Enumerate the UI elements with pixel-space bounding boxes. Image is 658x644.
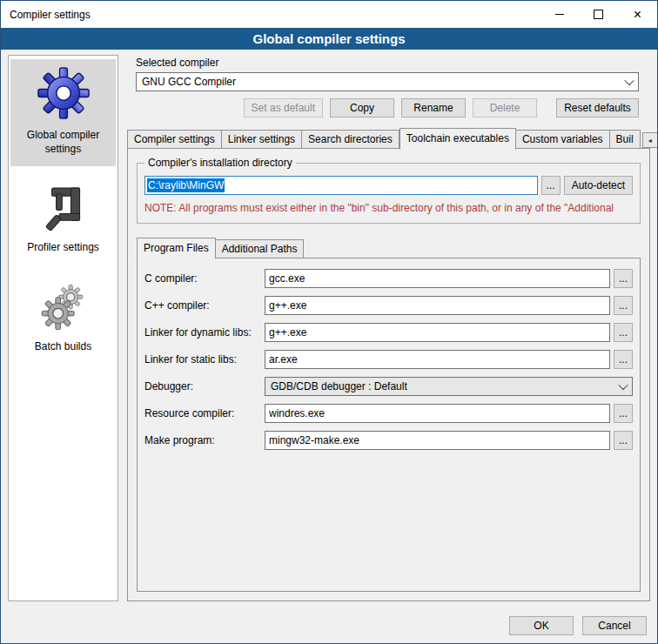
browse-c-compiler-button[interactable]: ...	[614, 269, 633, 288]
field-row-resource-compiler: Resource compiler: ...	[144, 404, 633, 423]
field-row-c-compiler: C compiler: ...	[144, 269, 633, 288]
browse-static-linker-button[interactable]: ...	[614, 350, 633, 369]
sidebar-item-label: Batch builds	[35, 340, 91, 354]
dialog-body: Global compiler settings Profiler settin…	[1, 50, 657, 608]
titlebar: Compiler settings ×	[1, 1, 657, 28]
browse-cpp-compiler-button[interactable]: ...	[614, 296, 633, 315]
bin-directory-note: NOTE: All programs must exist either in …	[144, 202, 633, 214]
close-icon: ×	[634, 8, 641, 22]
tab-scroll-buttons: ◄ ►	[641, 132, 658, 149]
sidebar-item-label: Profiler settings	[27, 241, 99, 255]
field-row-dynamic-linker: Linker for dynamic libs: ...	[144, 323, 633, 342]
tab-custom-variables[interactable]: Custom variables	[516, 130, 610, 149]
debugger-value: GDB/CDB debugger : Default	[271, 380, 407, 392]
debugger-dropdown[interactable]: GDB/CDB debugger : Default	[265, 377, 633, 396]
sidebar-item-batch-builds[interactable]: Batch builds	[10, 274, 116, 365]
field-label: C++ compiler:	[144, 299, 265, 312]
copy-button[interactable]: Copy	[330, 98, 394, 117]
installation-directory-group: Compiler's installation directory C:\ray…	[137, 163, 641, 224]
field-row-static-linker: Linker for static libs: ...	[144, 350, 633, 369]
minimize-button[interactable]	[540, 1, 579, 28]
dialog-footer: OK Cancel	[1, 608, 657, 643]
field-label: Linker for dynamic libs:	[144, 326, 265, 339]
maximize-icon	[594, 10, 603, 19]
sidebar-item-global-compiler-settings[interactable]: Global compiler settings	[10, 59, 116, 166]
tab-compiler-settings[interactable]: Compiler settings	[127, 130, 222, 149]
tab-program-files[interactable]: Program Files	[137, 238, 216, 259]
window-title: Compiler settings	[1, 9, 91, 21]
auto-detect-button[interactable]: Auto-detect	[564, 176, 633, 195]
maximize-button[interactable]	[579, 1, 618, 28]
rename-button[interactable]: Rename	[401, 98, 466, 117]
field-label: C compiler:	[144, 272, 265, 285]
close-button[interactable]: ×	[618, 1, 657, 28]
tab-toolchain-executables[interactable]: Toolchain executables	[400, 128, 516, 150]
browse-directory-button[interactable]: ...	[541, 176, 561, 195]
installation-directory-input[interactable]: C:\raylib\MinGW	[144, 176, 538, 195]
toolchain-executables-panel: Compiler's installation directory C:\ray…	[127, 148, 650, 601]
tab-linker-settings[interactable]: Linker settings	[222, 130, 302, 149]
main-panel: Selected compiler GNU GCC Compiler Set a…	[127, 55, 650, 601]
static-linker-input[interactable]	[265, 350, 610, 369]
selected-compiler-dropdown[interactable]: GNU GCC Compiler	[136, 72, 639, 91]
selected-compiler-label: Selected compiler	[136, 57, 650, 69]
program-tabbar: Program Files Additional Paths	[137, 238, 641, 258]
dynamic-linker-input[interactable]	[265, 323, 610, 342]
installation-directory-row: C:\raylib\MinGW ... Auto-detect	[144, 176, 633, 195]
dialog-header: Global compiler settings	[1, 28, 657, 50]
profiler-clamp-icon	[40, 182, 87, 232]
settings-sidebar: Global compiler settings Profiler settin…	[8, 55, 118, 601]
set-as-default-button[interactable]: Set as default	[244, 98, 323, 117]
chevron-down-icon	[621, 73, 638, 91]
arrow-left-icon: ◄	[647, 138, 653, 144]
installation-directory-group-title: Compiler's installation directory	[144, 157, 296, 169]
selected-compiler-value: GNU GCC Compiler	[142, 76, 236, 88]
resource-compiler-input[interactable]	[265, 404, 610, 423]
blue-gear-icon	[37, 66, 91, 120]
c-compiler-input[interactable]	[265, 269, 610, 288]
compiler-actions: Set as default Copy Rename Delete Reset …	[136, 98, 639, 117]
cancel-button[interactable]: Cancel	[582, 616, 647, 635]
browse-dynamic-linker-button[interactable]: ...	[614, 323, 633, 342]
reset-defaults-button[interactable]: Reset defaults	[556, 98, 639, 117]
chevron-down-icon	[614, 378, 632, 395]
make-program-input[interactable]	[265, 431, 610, 450]
browse-make-program-button[interactable]: ...	[614, 431, 633, 450]
compiler-settings-window: Compiler settings × Global compiler sett…	[0, 0, 658, 644]
tab-build-truncated[interactable]: Buil	[610, 130, 641, 149]
gray-gears-icon	[38, 281, 89, 332]
settings-tabbar: Compiler settings Linker settings Search…	[127, 128, 650, 149]
window-controls: ×	[540, 1, 657, 28]
minimize-icon	[555, 14, 564, 15]
field-row-debugger: Debugger: GDB/CDB debugger : Default	[144, 377, 633, 396]
cpp-compiler-input[interactable]	[265, 296, 610, 315]
installation-directory-value: C:\raylib\MinGW	[147, 178, 225, 192]
browse-resource-compiler-button[interactable]: ...	[614, 404, 633, 423]
ok-button[interactable]: OK	[509, 616, 574, 635]
sidebar-item-profiler-settings[interactable]: Profiler settings	[10, 175, 116, 265]
field-row-make-program: Make program: ...	[144, 431, 633, 450]
program-files-panel: C compiler: ... C++ compiler: ... Linker…	[137, 258, 641, 592]
tab-scroll-left-button[interactable]: ◄	[642, 132, 658, 148]
field-label: Make program:	[144, 434, 265, 446]
delete-button[interactable]: Delete	[473, 98, 537, 117]
field-row-cpp-compiler: C++ compiler: ...	[144, 296, 633, 315]
sidebar-item-label: Global compiler settings	[14, 129, 112, 156]
field-label: Linker for static libs:	[144, 353, 265, 366]
tab-search-directories[interactable]: Search directories	[302, 130, 400, 149]
tab-additional-paths[interactable]: Additional Paths	[216, 239, 305, 258]
field-label: Resource compiler:	[144, 407, 265, 419]
field-label: Debugger:	[144, 380, 265, 392]
